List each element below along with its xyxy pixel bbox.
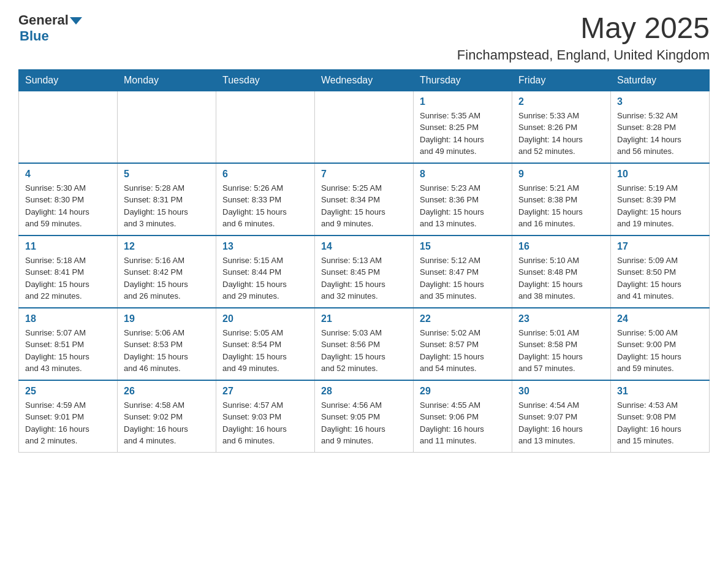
day-info: Daylight: 15 hours	[222, 206, 308, 218]
day-info: Sunrise: 4:57 AM	[222, 399, 308, 412]
day-info: Sunset: 9:01 PM	[25, 411, 111, 423]
day-info: Sunset: 8:45 PM	[321, 266, 407, 278]
day-info: Daylight: 16 hours	[321, 423, 407, 435]
day-info: Sunrise: 5:15 AM	[222, 255, 308, 267]
day-info: and 19 minutes.	[617, 218, 703, 230]
day-info: Sunrise: 5:21 AM	[518, 182, 604, 194]
day-info: Sunrise: 5:18 AM	[25, 255, 111, 267]
day-info: Sunset: 9:00 PM	[617, 339, 703, 351]
day-info: Sunrise: 4:53 AM	[617, 399, 703, 412]
table-row: 3Sunrise: 5:32 AMSunset: 8:28 PMDaylight…	[611, 91, 710, 163]
day-info: Daylight: 16 hours	[617, 423, 703, 435]
day-number: 17	[617, 241, 703, 252]
table-row: 7Sunrise: 5:25 AMSunset: 8:34 PMDaylight…	[315, 163, 414, 236]
col-saturday: Saturday	[611, 69, 710, 91]
day-info: Daylight: 15 hours	[617, 351, 703, 363]
day-info: Daylight: 15 hours	[420, 278, 506, 291]
day-info: Daylight: 16 hours	[124, 423, 210, 435]
day-number: 3	[617, 96, 703, 107]
day-info: and 52 minutes.	[518, 145, 604, 158]
table-row: 27Sunrise: 4:57 AMSunset: 9:03 PMDayligh…	[216, 380, 315, 453]
day-info: and 56 minutes.	[617, 145, 703, 158]
table-row	[216, 91, 315, 163]
day-info: Sunset: 9:07 PM	[518, 411, 604, 423]
day-number: 14	[321, 241, 407, 252]
table-row: 30Sunrise: 4:54 AMSunset: 9:07 PMDayligh…	[512, 380, 611, 453]
day-info: Sunrise: 5:13 AM	[321, 255, 407, 267]
col-tuesday: Tuesday	[216, 69, 315, 91]
day-info: Sunrise: 5:25 AM	[321, 182, 407, 194]
calendar-week-row: 11Sunrise: 5:18 AMSunset: 8:41 PMDayligh…	[19, 236, 710, 308]
day-number: 5	[124, 169, 210, 180]
day-info: and 59 minutes.	[617, 362, 703, 375]
day-info: Daylight: 15 hours	[518, 206, 604, 218]
day-number: 25	[25, 386, 111, 397]
day-number: 12	[124, 241, 210, 252]
day-number: 26	[124, 386, 210, 397]
day-number: 11	[25, 241, 111, 252]
day-info: Daylight: 15 hours	[124, 278, 210, 291]
day-info: and 59 minutes.	[25, 218, 111, 230]
day-info: Sunrise: 5:00 AM	[617, 327, 703, 339]
table-row	[315, 91, 414, 163]
day-number: 28	[321, 386, 407, 397]
table-row: 29Sunrise: 4:55 AMSunset: 9:06 PMDayligh…	[414, 380, 512, 453]
day-info: and 9 minutes.	[321, 435, 407, 447]
table-row: 9Sunrise: 5:21 AMSunset: 8:38 PMDaylight…	[512, 163, 611, 236]
day-info: Sunrise: 5:10 AM	[518, 255, 604, 267]
day-number: 21	[321, 313, 407, 324]
day-info: Sunrise: 5:06 AM	[124, 327, 210, 339]
day-info: Sunset: 8:58 PM	[518, 339, 604, 351]
day-info: Sunset: 8:54 PM	[222, 339, 308, 351]
day-info: and 29 minutes.	[222, 290, 308, 302]
day-info: and 16 minutes.	[518, 218, 604, 230]
day-info: Daylight: 15 hours	[321, 351, 407, 363]
day-number: 1	[420, 96, 506, 107]
day-info: Sunset: 9:08 PM	[617, 411, 703, 423]
calendar-week-row: 18Sunrise: 5:07 AMSunset: 8:51 PMDayligh…	[19, 308, 710, 380]
day-info: Daylight: 16 hours	[25, 423, 111, 435]
day-info: Sunrise: 4:58 AM	[124, 399, 210, 412]
table-row: 5Sunrise: 5:28 AMSunset: 8:31 PMDaylight…	[118, 163, 216, 236]
day-info: Sunset: 8:53 PM	[124, 339, 210, 351]
day-info: Daylight: 15 hours	[124, 351, 210, 363]
day-info: Sunset: 9:03 PM	[222, 411, 308, 423]
day-number: 27	[222, 386, 308, 397]
day-number: 10	[617, 169, 703, 180]
day-info: Daylight: 15 hours	[420, 206, 506, 218]
day-info: Sunset: 8:36 PM	[420, 194, 506, 206]
day-number: 15	[420, 241, 506, 252]
day-info: Sunset: 9:02 PM	[124, 411, 210, 423]
logo-arrow-icon	[70, 17, 82, 25]
day-info: Daylight: 16 hours	[222, 423, 308, 435]
calendar-week-row: 4Sunrise: 5:30 AMSunset: 8:30 PMDaylight…	[19, 163, 710, 236]
day-info: Sunset: 8:41 PM	[25, 266, 111, 278]
month-title: May 2025	[457, 12, 710, 45]
day-info: Daylight: 15 hours	[321, 278, 407, 291]
table-row: 10Sunrise: 5:19 AMSunset: 8:39 PMDayligh…	[611, 163, 710, 236]
day-info: and 54 minutes.	[420, 362, 506, 375]
day-number: 6	[222, 169, 308, 180]
table-row: 15Sunrise: 5:12 AMSunset: 8:47 PMDayligh…	[414, 236, 512, 308]
day-info: Daylight: 15 hours	[518, 351, 604, 363]
day-info: Sunset: 8:57 PM	[420, 339, 506, 351]
calendar-week-row: 1Sunrise: 5:35 AMSunset: 8:25 PMDaylight…	[19, 91, 710, 163]
day-info: Sunrise: 4:55 AM	[420, 399, 506, 412]
calendar-week-row: 25Sunrise: 4:59 AMSunset: 9:01 PMDayligh…	[19, 380, 710, 453]
day-info: Sunrise: 4:56 AM	[321, 399, 407, 412]
day-number: 20	[222, 313, 308, 324]
table-row: 21Sunrise: 5:03 AMSunset: 8:56 PMDayligh…	[315, 308, 414, 380]
table-row: 13Sunrise: 5:15 AMSunset: 8:44 PMDayligh…	[216, 236, 315, 308]
day-number: 22	[420, 313, 506, 324]
day-info: Sunrise: 5:28 AM	[124, 182, 210, 194]
day-info: Sunrise: 4:54 AM	[518, 399, 604, 412]
day-info: Sunset: 8:30 PM	[25, 194, 111, 206]
day-info: Daylight: 15 hours	[222, 351, 308, 363]
logo-general-text: General	[18, 12, 69, 28]
calendar-table: Sunday Monday Tuesday Wednesday Thursday…	[18, 69, 710, 453]
day-info: and 38 minutes.	[518, 290, 604, 302]
col-wednesday: Wednesday	[315, 69, 414, 91]
day-info: Sunset: 9:06 PM	[420, 411, 506, 423]
day-info: Daylight: 16 hours	[518, 423, 604, 435]
day-info: Sunset: 8:31 PM	[124, 194, 210, 206]
